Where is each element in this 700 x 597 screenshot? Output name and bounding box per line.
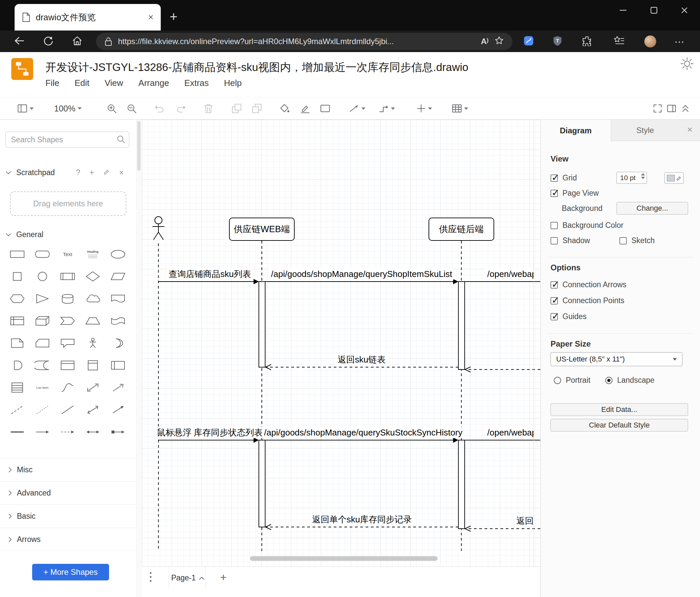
scratchpad-section-header[interactable]: Scratchpad ? + × [0,165,136,181]
home-button[interactable] [72,35,82,47]
more-shapes-button[interactable]: + More Shapes [32,564,109,580]
card-shape[interactable] [30,332,55,354]
fill-color-button[interactable] [280,103,290,114]
zoom-out-button[interactable] [127,103,136,114]
message-label-return-sku-list[interactable]: 返回sku链表 [336,354,388,365]
message-label-api-query-sku-stock-sync-history[interactable]: /api/goods/shopManage/querySkuStockSyncH… [262,427,464,438]
sketch-checkbox[interactable] [620,237,627,244]
container-shape[interactable] [55,354,80,377]
actor-shape[interactable] [80,332,105,354]
sidebar-scrollbar-thumb[interactable] [137,121,141,171]
line-color-button[interactable] [300,103,310,114]
insert-button[interactable] [417,104,432,113]
tab-close-icon[interactable]: × [148,13,153,22]
grid-size-stepper[interactable] [641,173,645,179]
message-label-open-webapi-item[interactable]: /open/webapi/item [485,427,534,438]
cross-arrow-shape[interactable] [105,421,131,443]
web-activation-bar-1[interactable] [259,282,265,367]
arrow-shape[interactable] [105,377,131,399]
shadow-checkbox[interactable] [551,237,558,244]
ellipse-shape[interactable] [105,243,131,265]
grid-checkbox[interactable] [551,174,558,182]
return-arrows[interactable] [267,367,540,529]
undo-button[interactable] [154,104,165,113]
refresh-button[interactable] [43,35,54,47]
cylinder-shape[interactable] [55,288,80,310]
tab-diagram[interactable]: Diagram [541,120,611,141]
menu-extras[interactable]: Extras [184,78,209,88]
misc-section-header[interactable]: Misc [0,458,136,481]
connection-arrows-checkbox[interactable] [551,281,558,289]
connection-points-checkbox[interactable] [551,297,558,305]
horizontal-scrollbar-thumb[interactable] [250,556,438,561]
panel-close-icon[interactable]: × [687,124,692,135]
page-view-checkbox[interactable] [551,190,558,197]
clear-default-style-button[interactable]: Clear Default Style [551,419,688,431]
dotted-line-shape[interactable] [30,399,55,421]
change-background-button[interactable]: Change... [617,202,688,215]
zoom-in-button[interactable] [107,103,117,114]
list-item-shape[interactable]: List Item [30,377,55,399]
square-shape[interactable] [5,265,30,288]
window-minimize-button[interactable] [613,0,633,21]
double-horizontal-arrow-shape[interactable] [80,421,105,443]
profile-avatar[interactable] [644,35,656,47]
scratchpad-close-icon[interactable]: × [119,168,124,177]
rounded-rectangle-shape[interactable] [30,243,55,265]
scratchpad-add-icon[interactable]: + [90,168,94,177]
data-storage-shape[interactable] [30,354,55,377]
internal-storage-shape[interactable] [5,310,30,332]
callout-shape[interactable] [55,332,80,354]
browser-menu-icon[interactable]: ⋯ [674,35,685,47]
split-screen-icon[interactable] [523,35,534,47]
curve-shape[interactable] [55,377,80,399]
fullscreen-button[interactable] [653,104,662,113]
view-panels-button[interactable] [18,104,34,113]
and-shape[interactable] [5,354,30,377]
extensions-puzzle-icon[interactable] [582,35,592,47]
read-aloud-icon[interactable]: A) [481,37,489,46]
parallelogram-shape[interactable] [105,265,131,288]
note-shape[interactable] [5,332,30,354]
cloud-shape[interactable] [80,288,105,310]
line-shape[interactable] [55,399,80,421]
page-tab[interactable]: Page-1 [169,567,206,589]
dashed-line-shape[interactable] [5,399,30,421]
connection-button[interactable] [349,104,366,113]
shape-style-button[interactable] [320,104,330,113]
to-back-button[interactable] [252,103,262,114]
web-activation-bar-2[interactable] [259,440,265,527]
new-tab-button[interactable]: + [170,9,177,24]
tape-shape[interactable] [105,310,131,332]
sidebar-scrollbar-track[interactable] [136,120,142,597]
diagram-canvas[interactable]: 供应链WEB端 供应链后端 查询店铺商品sku列表 /api/goods/sho… [142,120,540,567]
horizontal-arrow-shape[interactable] [30,421,55,443]
menu-arrange[interactable]: Arrange [139,78,169,88]
heading-shape[interactable]: Heading [80,243,105,265]
background-color-checkbox[interactable] [551,222,558,229]
window-maximize-button[interactable] [644,0,664,21]
menu-edit[interactable]: Edit [75,78,90,88]
document-shape[interactable] [105,288,131,310]
message-label-return-single-sku-sync-record[interactable]: 返回单个sku库存同步记录 [310,514,414,525]
zoom-level-button[interactable]: 100% [54,104,82,114]
lifeline-box-web[interactable]: 供应链WEB端 [229,218,295,241]
advanced-section-header[interactable]: Advanced [0,481,136,504]
portrait-radio[interactable] [554,377,561,384]
diamond-shape[interactable] [80,265,105,288]
hexagon-shape[interactable] [5,288,30,310]
horizontal-container-shape[interactable] [105,354,131,377]
horizontal-line-shape[interactable] [5,421,30,443]
actor-figure[interactable] [152,217,165,240]
message-label-query-sku-list[interactable]: 查询店铺商品sku列表 [167,268,253,280]
search-shapes-input[interactable] [5,132,129,148]
or-shape[interactable] [105,332,131,354]
browser-tab[interactable]: drawio文件预览 × [15,4,161,30]
scratchpad-drop-area[interactable]: Drag elements here [10,191,126,216]
backend-activation-bar-1[interactable] [458,282,465,369]
add-page-button[interactable]: + [220,571,227,584]
address-bar[interactable]: https://file.kkview.cn/onlinePreview?url… [96,33,512,50]
redo-button[interactable] [176,104,186,113]
back-button[interactable] [14,36,25,47]
lifeline-box-backend[interactable]: 供应链后端 [429,218,494,241]
